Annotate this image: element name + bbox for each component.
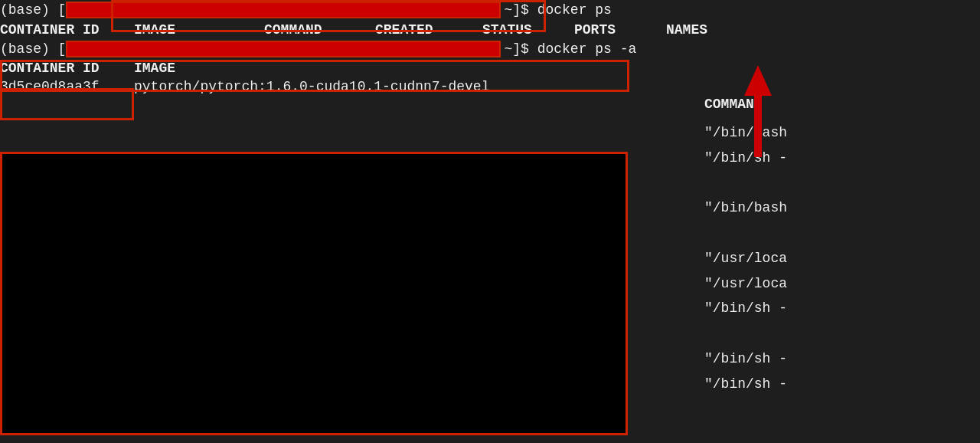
prompt-suffix-1: ~]$ docker ps [501, 2, 611, 19]
header-status: STATUS [482, 22, 574, 38]
container-id-value: 3d5ce0d8aa3f [0, 79, 134, 94]
right-cmd-2 [704, 170, 980, 195]
header-created: CREATED [375, 22, 482, 38]
right-cmd-5: "/usr/loca [704, 246, 980, 271]
terminal-black-box [0, 152, 628, 435]
redacted-username-1 [66, 2, 501, 18]
prompt-suffix-2: ~]$ docker ps -a [501, 41, 636, 58]
right-cmd-9: "/bin/sh - [704, 346, 980, 372]
redacted-username-2 [66, 41, 501, 57]
line-docker-ps: (base) [ ~]$ docker ps [0, 0, 980, 21]
header2-container-id: CONTAINER ID [0, 61, 134, 76]
header-names: NAMES [666, 22, 743, 38]
arrow-annotation [744, 65, 772, 157]
header-container-id: CONTAINER ID [0, 22, 134, 38]
right-cmd-6: "/usr/loca [704, 271, 980, 297]
right-cmd-10: "/bin/sh - [704, 372, 980, 397]
header-image: IMAGE [134, 22, 264, 38]
right-cmd-3: "/bin/bash [704, 195, 980, 221]
arrow-up-icon [744, 65, 772, 96]
right-cmd-8 [704, 321, 980, 346]
line-docker-ps-a: (base) [ ~]$ docker ps -a [0, 39, 980, 60]
header2-image: IMAGE [134, 61, 264, 76]
docker-ps-a-header: CONTAINER ID IMAGE [0, 59, 980, 77]
arrow-stem [754, 96, 762, 157]
container-image-value: pytorch/pytorch:1.6.0-cuda10.1-cudnn7-de… [134, 79, 489, 94]
prompt-prefix-2: (base) [ [0, 41, 66, 58]
header-command: COMMAND [264, 22, 375, 38]
terminal: (base) [ ~]$ docker ps CONTAINER ID IMAG… [0, 0, 980, 443]
docker-ps-header: CONTAINER ID IMAGE COMMAND CREATED STATU… [0, 21, 980, 39]
right-cmd-4 [704, 221, 980, 246]
header-ports: PORTS [574, 22, 666, 38]
prompt-prefix-1: (base) [ [0, 2, 66, 19]
right-cmd-7: "/bin/sh - [704, 296, 980, 321]
